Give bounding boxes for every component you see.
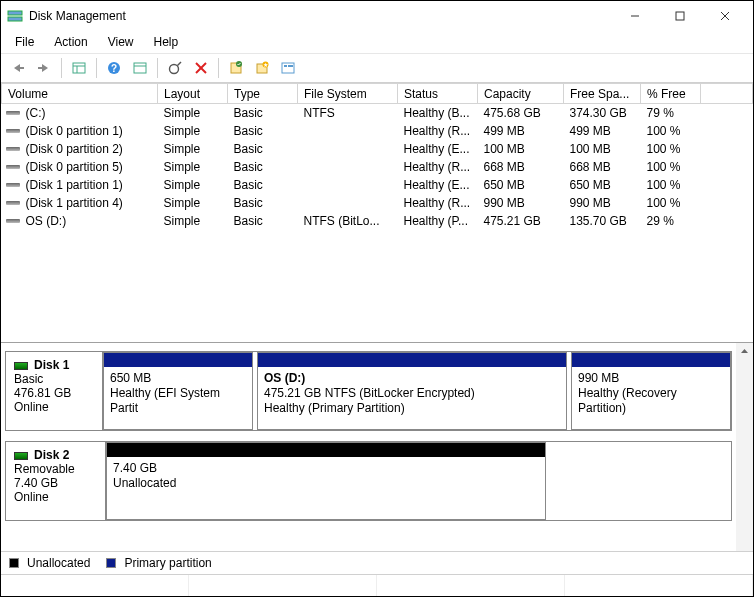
minimize-button[interactable] <box>612 2 657 31</box>
svg-rect-13 <box>134 63 146 73</box>
volume-list[interactable]: VolumeLayoutTypeFile SystemStatusCapacit… <box>1 83 753 343</box>
partition[interactable]: 650 MBHealthy (EFI System Partit <box>103 352 253 430</box>
settings-pane-button[interactable] <box>128 57 152 79</box>
show-hide-pane-button[interactable] <box>67 57 91 79</box>
menu-action[interactable]: Action <box>44 33 97 51</box>
legend: Unallocated Primary partition <box>1 551 753 574</box>
svg-rect-25 <box>284 65 287 67</box>
disk-info[interactable]: Disk 1Basic476.81 GBOnline <box>6 352 103 430</box>
partition-color-bar <box>104 353 252 367</box>
new-volume-button[interactable]: ★ <box>250 57 274 79</box>
legend-unallocated-swatch <box>9 558 19 568</box>
column-header[interactable]: File System <box>298 84 398 104</box>
svg-rect-8 <box>73 63 85 73</box>
drive-icon <box>6 181 20 191</box>
disk-led-icon <box>14 452 28 460</box>
svg-rect-0 <box>8 11 22 15</box>
scrollbar[interactable] <box>736 343 753 551</box>
legend-primary-swatch <box>106 558 116 568</box>
volume-row[interactable]: (Disk 0 partition 2)SimpleBasicHealthy (… <box>2 140 753 158</box>
back-button[interactable] <box>6 57 30 79</box>
column-header[interactable]: Free Spa... <box>564 84 641 104</box>
drive-icon <box>6 127 20 137</box>
refresh-button[interactable] <box>163 57 187 79</box>
svg-rect-7 <box>38 67 42 69</box>
disk-info[interactable]: Disk 2Removable7.40 GBOnline <box>6 442 106 520</box>
partition[interactable]: 7.40 GBUnallocated <box>106 442 546 520</box>
svg-rect-1 <box>8 17 22 21</box>
drive-icon <box>6 199 20 209</box>
column-header[interactable]: Capacity <box>478 84 564 104</box>
svg-rect-26 <box>288 65 293 67</box>
close-button[interactable] <box>702 2 747 31</box>
column-header[interactable]: Volume <box>2 84 158 104</box>
help-button[interactable]: ? <box>102 57 126 79</box>
maximize-button[interactable] <box>657 2 702 31</box>
forward-button[interactable] <box>32 57 56 79</box>
drive-icon <box>6 145 20 155</box>
toolbar: ? ★ <box>1 53 753 83</box>
delete-button[interactable] <box>189 57 213 79</box>
volume-row[interactable]: (Disk 1 partition 4)SimpleBasicHealthy (… <box>2 194 753 212</box>
properties-button[interactable] <box>224 57 248 79</box>
volume-row[interactable]: (Disk 0 partition 1)SimpleBasicHealthy (… <box>2 122 753 140</box>
volume-row[interactable]: (Disk 1 partition 1)SimpleBasicHealthy (… <box>2 176 753 194</box>
status-bar <box>1 574 753 596</box>
partition-color-bar <box>107 443 545 457</box>
drive-icon <box>6 163 20 173</box>
column-header[interactable]: Type <box>228 84 298 104</box>
svg-text:★: ★ <box>263 62 268 68</box>
drive-icon <box>6 217 20 227</box>
svg-point-15 <box>170 65 179 74</box>
partition-color-bar <box>572 353 730 367</box>
partition[interactable]: OS (D:)475.21 GB NTFS (BitLocker Encrypt… <box>257 352 567 430</box>
menu-file[interactable]: File <box>5 33 44 51</box>
scroll-up-icon[interactable] <box>736 343 753 360</box>
drive-icon <box>6 109 20 119</box>
disk-row: Disk 2Removable7.40 GBOnline7.40 GBUnall… <box>5 441 732 521</box>
svg-line-16 <box>178 62 182 66</box>
legend-unallocated-label: Unallocated <box>27 556 90 570</box>
title-bar: Disk Management <box>1 1 753 31</box>
svg-text:?: ? <box>111 63 117 74</box>
partition[interactable]: 990 MBHealthy (Recovery Partition) <box>571 352 731 430</box>
column-header-row[interactable]: VolumeLayoutTypeFile SystemStatusCapacit… <box>2 84 753 104</box>
menu-bar: File Action View Help <box>1 31 753 53</box>
window-title: Disk Management <box>29 9 612 23</box>
disk-row: Disk 1Basic476.81 GBOnline650 MBHealthy … <box>5 351 732 431</box>
volume-row[interactable]: (C:)SimpleBasicNTFSHealthy (B...475.68 G… <box>2 104 753 123</box>
menu-view[interactable]: View <box>98 33 144 51</box>
legend-primary-label: Primary partition <box>124 556 211 570</box>
graphical-view: Disk 1Basic476.81 GBOnline650 MBHealthy … <box>1 343 753 551</box>
column-header[interactable]: Status <box>398 84 478 104</box>
svg-rect-6 <box>20 67 24 69</box>
svg-rect-24 <box>282 63 294 73</box>
format-button[interactable] <box>276 57 300 79</box>
column-header[interactable]: Layout <box>158 84 228 104</box>
volume-row[interactable]: (Disk 0 partition 5)SimpleBasicHealthy (… <box>2 158 753 176</box>
disk-led-icon <box>14 362 28 370</box>
column-header[interactable]: % Free <box>641 84 701 104</box>
menu-help[interactable]: Help <box>144 33 189 51</box>
svg-rect-3 <box>676 12 684 20</box>
volume-row[interactable]: OS (D:)SimpleBasicNTFS (BitLo...Healthy … <box>2 212 753 230</box>
app-icon <box>7 8 23 24</box>
partition-color-bar <box>258 353 566 367</box>
